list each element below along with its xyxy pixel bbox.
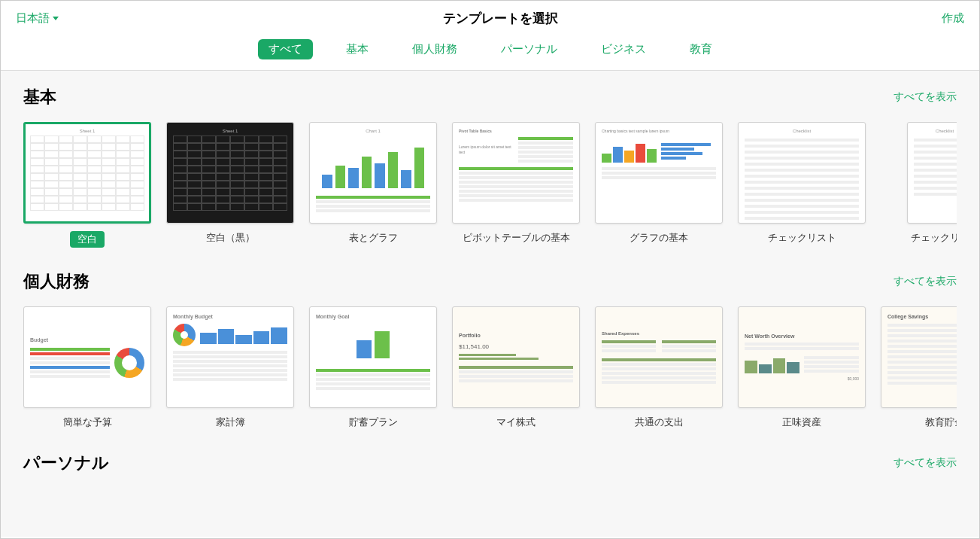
show-all-button[interactable]: すべてを表示 (894, 456, 957, 470)
template-label: チェックリスト (911, 231, 957, 245)
template-charts-table[interactable]: Chart 1 表とグラフ (309, 122, 437, 248)
section-title: 個人財務 (23, 270, 90, 293)
tab-education[interactable]: 教育 (679, 39, 723, 59)
section-personal: パーソナル すべてを表示 (1, 437, 979, 495)
template-charting-basics[interactable]: Charting basics text sample lorem ipsum … (595, 122, 723, 248)
section-header: パーソナル すべてを表示 (23, 452, 957, 474)
template-label: 共通の支出 (635, 416, 684, 429)
language-label: 日本語 (16, 11, 50, 26)
tab-all[interactable]: すべて (258, 39, 313, 59)
template-checklist-2[interactable]: Checklist チェックリスト (881, 122, 957, 248)
section-title: パーソナル (23, 452, 109, 474)
template-monthly-budget[interactable]: Monthly Budget 家計簿 (166, 306, 294, 429)
template-thumbnail: Chart 1 (309, 122, 437, 224)
template-label: 家計簿 (216, 416, 245, 429)
tab-personal-finance[interactable]: 個人財務 (402, 39, 468, 59)
template-thumbnail: Checklist (738, 122, 866, 224)
language-selector[interactable]: 日本語 (16, 11, 59, 26)
section-title: 基本 (23, 86, 56, 108)
template-label: 空白（黒） (206, 231, 255, 245)
category-tabs: すべて 基本 個人財務 パーソナル ビジネス 教育 (1, 33, 979, 71)
create-button[interactable]: 作成 (942, 11, 964, 26)
template-label: 正味資産 (782, 416, 821, 429)
template-blank-dark[interactable]: Sheet 1 空白（黒） (166, 122, 294, 248)
template-label: 貯蓄プラン (349, 416, 398, 429)
template-label: 教育貯金 (925, 416, 957, 429)
section-personal-finance: 個人財務 すべてを表示 Budget 簡単な予算 Monthly Budget (1, 255, 979, 437)
template-thumbnail: Portfolio $11,541.00 (452, 306, 580, 408)
template-thumbnail: Budget (23, 306, 151, 408)
template-blank[interactable]: Sheet 1 空白 (23, 122, 151, 248)
template-my-stocks[interactable]: Portfolio $11,541.00 マイ株式 (452, 306, 580, 429)
template-label: マイ株式 (496, 416, 536, 429)
show-all-button[interactable]: すべてを表示 (894, 275, 957, 288)
template-thumbnail: Sheet 1 (166, 122, 294, 224)
section-header: 基本 すべてを表示 (23, 86, 957, 108)
template-simple-budget[interactable]: Budget 簡単な予算 (23, 306, 151, 429)
template-label: グラフの基本 (630, 231, 688, 245)
template-thumbnail: College Savings (881, 306, 957, 408)
page-title: テンプレートを選択 (443, 10, 558, 27)
template-row: Sheet 1 空白 Sheet 1 空白（黒） Chart 1 表とグラ (23, 122, 957, 248)
template-thumbnail: Monthly Budget (166, 306, 294, 408)
template-label: ピボットテーブルの基本 (463, 231, 570, 245)
template-savings-plan[interactable]: Monthly Goal 貯蓄プラン (309, 306, 437, 429)
template-shared-expenses[interactable]: Shared Expenses 共通の支出 (595, 306, 723, 429)
template-thumbnail: Shared Expenses (595, 306, 723, 408)
template-college-savings[interactable]: College Savings 教育貯金 (881, 306, 957, 429)
section-basic: 基本 すべてを表示 Sheet 1 空白 Sheet 1 空白（黒） (1, 71, 979, 255)
template-label: チェックリスト (768, 231, 836, 245)
header: 日本語 テンプレートを選択 作成 (1, 1, 979, 33)
template-thumbnail: Charting basics text sample lorem ipsum (595, 122, 723, 224)
template-label: 簡単な予算 (63, 416, 112, 429)
template-net-worth[interactable]: Net Worth Overview $0,000 正味資産 (738, 306, 866, 429)
chevron-down-icon (53, 17, 59, 20)
template-thumbnail: Monthly Goal (309, 306, 437, 408)
template-pivot-basics[interactable]: Pivot Table Basics Lorem ipsum dolor sit… (452, 122, 580, 248)
template-row: Budget 簡単な予算 Monthly Budget (23, 306, 957, 429)
template-checklist[interactable]: Checklist チェックリスト (738, 122, 866, 248)
show-all-button[interactable]: すべてを表示 (894, 90, 957, 104)
content-area: 基本 すべてを表示 Sheet 1 空白 Sheet 1 空白（黒） (1, 71, 979, 537)
section-header: 個人財務 すべてを表示 (23, 270, 957, 293)
template-label: 表とグラフ (349, 231, 398, 245)
template-thumbnail: Checklist (907, 122, 957, 224)
tab-business[interactable]: ビジネス (590, 39, 657, 59)
template-label: 空白 (70, 231, 105, 248)
tab-basic[interactable]: 基本 (335, 39, 379, 59)
template-thumbnail: Net Worth Overview $0,000 (738, 306, 866, 408)
template-thumbnail: Pivot Table Basics Lorem ipsum dolor sit… (452, 122, 580, 224)
tab-personal[interactable]: パーソナル (490, 39, 568, 59)
template-thumbnail: Sheet 1 (23, 122, 151, 224)
